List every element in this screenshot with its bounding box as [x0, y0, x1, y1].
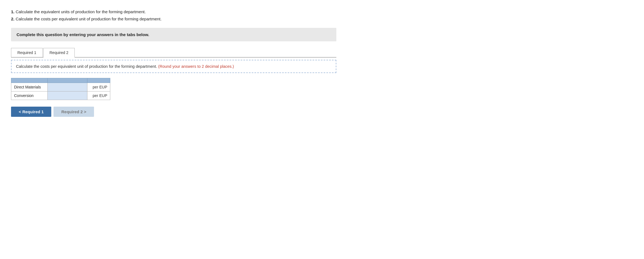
info-box-text: Complete this question by entering your … — [17, 32, 149, 37]
conversion-input[interactable] — [49, 92, 82, 99]
tab-content: Calculate the costs per equivalent unit … — [11, 60, 336, 73]
instructions: 1. Calculate the equivalent units of pro… — [11, 8, 633, 22]
direct-materials-input-cell[interactable] — [48, 83, 87, 91]
conversion-label: Conversion — [11, 91, 48, 100]
conversion-suffix: per EUP — [87, 91, 110, 100]
next-button[interactable]: Required 2 — [53, 107, 94, 117]
table-row-conversion: Conversion per EUP — [11, 91, 110, 100]
table-header-col1 — [11, 78, 48, 83]
instruction-2-num: 2. — [11, 17, 15, 21]
instruction-2-text: Calculate the costs per equivalent unit … — [16, 17, 162, 21]
tab-required-2[interactable]: Required 2 — [43, 48, 75, 58]
prev-button[interactable]: Required 1 — [11, 107, 51, 117]
instruction-1-text: Calculate the equivalent units of produc… — [16, 9, 146, 14]
cost-table: Direct Materials per EUP Conversion per … — [11, 78, 110, 100]
tab-content-description: Calculate the costs per equivalent unit … — [16, 64, 157, 69]
direct-materials-suffix: per EUP — [87, 83, 110, 91]
tabs-header: Required 1 Required 2 — [11, 48, 336, 58]
table-header-col2 — [48, 78, 87, 83]
conversion-input-cell[interactable] — [48, 91, 87, 100]
nav-buttons: Required 1 Required 2 — [11, 107, 336, 117]
table-header-col3 — [87, 78, 110, 83]
info-box: Complete this question by entering your … — [11, 28, 336, 41]
table-row-direct-materials: Direct Materials per EUP — [11, 83, 110, 91]
direct-materials-input[interactable] — [49, 84, 82, 90]
direct-materials-label: Direct Materials — [11, 83, 48, 91]
instruction-1-num: 1. — [11, 9, 15, 14]
tabs-container: Required 1 Required 2 Calculate the cost… — [11, 48, 336, 117]
tab-required-1[interactable]: Required 1 — [11, 48, 43, 57]
round-note: (Round your answers to 2 decimal places.… — [158, 64, 234, 69]
table-wrapper: Direct Materials per EUP Conversion per … — [11, 78, 336, 100]
